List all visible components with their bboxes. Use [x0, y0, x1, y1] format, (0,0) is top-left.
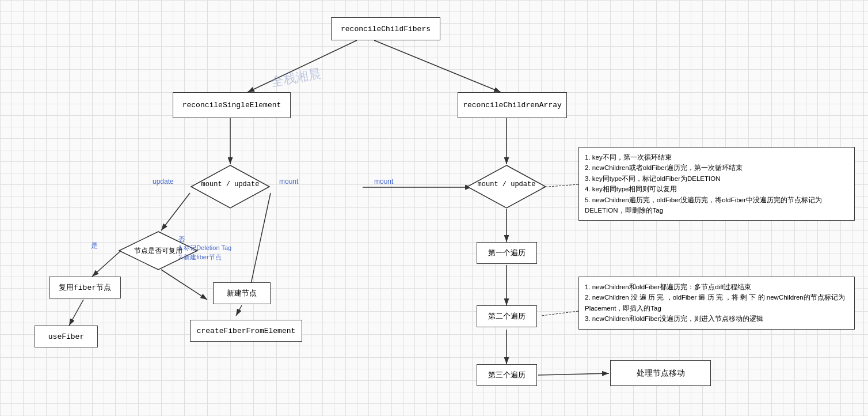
- node-create-fiber-from-element: createFiberFromElement: [190, 320, 302, 342]
- label-yes: 是: [91, 241, 98, 251]
- svg-line-2: [374, 40, 501, 92]
- svg-line-20: [538, 373, 609, 375]
- svg-line-9: [236, 305, 242, 316]
- watermark: 全栈湘晨: [269, 65, 322, 91]
- svg-line-8: [69, 300, 83, 326]
- node-third-traversal: 第三个遍历: [477, 364, 537, 386]
- node-use-fiber: useFiber: [35, 326, 98, 347]
- node-reconcile-single-element: reconcileSingleElement: [173, 92, 291, 118]
- label-mount-left: mount: [279, 177, 298, 186]
- node-mount-update-right: mount / update: [466, 164, 547, 205]
- svg-line-19: [541, 311, 578, 316]
- note-second-traversal: 1. newChildren和oldFiber都遍历完：多节点diff过程结束 …: [578, 277, 855, 330]
- node-reuse-fiber: 复用fiber节点: [49, 277, 121, 298]
- node-second-traversal: 第二个遍历: [477, 305, 537, 327]
- note-first-traversal: 1. key不同，第一次循环结束 2. newChildren或者oldFibe…: [578, 147, 855, 221]
- node-first-traversal: 第一个遍历: [477, 242, 537, 264]
- diagram-canvas: 全栈湘晨 reconcileChildFibers reconcileSingl…: [0, 0, 868, 416]
- node-new-node: 新建节点: [213, 282, 271, 304]
- label-no: 否 1.标记Deletion Tag 2.新建fiber节点: [178, 235, 231, 262]
- node-mount-update-left: mount / update: [190, 164, 271, 205]
- label-mount-mid: mount: [374, 177, 393, 186]
- node-reconcile-children-array: reconcileChildrenArray: [458, 92, 567, 118]
- svg-line-4: [161, 193, 190, 230]
- node-reconcile-child-fibers: reconcileChildFibers: [331, 17, 440, 40]
- svg-line-7: [161, 270, 207, 300]
- svg-line-6: [92, 251, 121, 277]
- node-handle-node-move: 处理节点移动: [610, 360, 711, 386]
- label-update: update: [153, 177, 174, 186]
